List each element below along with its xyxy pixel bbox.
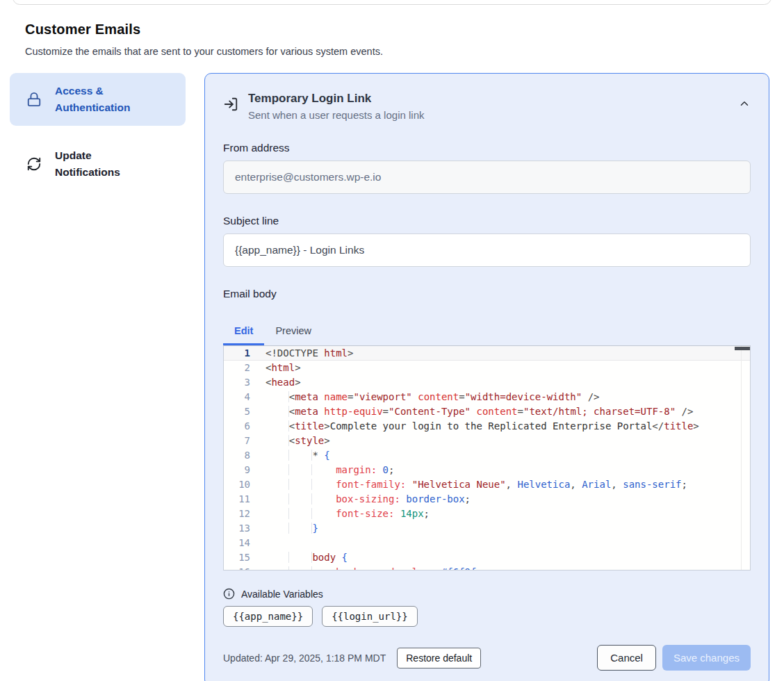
from-address-label: From address [223, 142, 751, 154]
sidebar-item-label: Update Notifications [55, 147, 159, 181]
code-line: 13 } [224, 521, 750, 536]
page-header: Customer Emails Customize the emails tha… [0, 0, 784, 57]
subject-line-input[interactable] [223, 233, 751, 267]
code-line: 15 body { [224, 550, 750, 565]
sidebar-item-access-authentication[interactable]: Access & Authentication [10, 73, 186, 126]
panel-header-text: Temporary Login Link Sent when a user re… [248, 92, 424, 121]
page-subtitle: Customize the emails that are sent to yo… [25, 46, 759, 57]
code-line: 5 <meta http-equiv="Content-Type" conten… [224, 404, 750, 419]
panel-subtitle: Sent when a user requests a login link [248, 109, 424, 121]
editor-scrollbar-track [741, 346, 742, 570]
updated-timestamp: Updated: Apr 29, 2025, 1:18 PM MDT [223, 653, 386, 664]
panel-header: Temporary Login Link Sent when a user re… [223, 92, 751, 121]
line-number: 1 [229, 346, 250, 361]
from-address-input[interactable] [223, 161, 751, 194]
line-number: 9 [229, 463, 250, 477]
code-line: 9 margin: 0; [224, 463, 750, 477]
code-line: 11 box-sizing: border-box; [224, 492, 750, 507]
variable-chip-login-url[interactable]: {{login_url}} [322, 606, 418, 627]
code-editor-lines: 1<!DOCTYPE html>2<html>3<head>4 <meta na… [224, 346, 750, 571]
log-in-icon [223, 97, 238, 112]
code-line: 1<!DOCTYPE html> [224, 346, 750, 361]
info-icon [223, 588, 235, 600]
email-settings-panel: Temporary Login Link Sent when a user re… [204, 73, 769, 681]
available-variables-row: Available Variables [223, 588, 751, 600]
line-number: 8 [229, 448, 250, 463]
email-body-tabs: Edit Preview [223, 319, 751, 345]
variable-chips: {{app_name}} {{login_url}} [223, 606, 751, 627]
code-line: 8 * { [224, 448, 750, 463]
cancel-button[interactable]: Cancel [597, 645, 656, 671]
line-number: 16 [229, 565, 250, 571]
tab-edit[interactable]: Edit [223, 319, 264, 345]
code-line: 16 background-color: #f6f9fc; [224, 565, 750, 571]
restore-default-button[interactable]: Restore default [397, 648, 481, 668]
line-number: 14 [229, 536, 250, 550]
line-number: 11 [229, 492, 250, 507]
sidebar-item-label: Access & Authentication [55, 83, 159, 116]
line-number: 15 [229, 550, 250, 565]
previous-card-bottom-edge [13, 0, 771, 5]
line-number: 3 [229, 375, 250, 390]
refresh-icon [26, 156, 42, 172]
code-line: 3<head> [224, 375, 750, 390]
line-number: 6 [229, 419, 250, 434]
line-number: 12 [229, 507, 250, 521]
line-number: 5 [229, 404, 250, 419]
chevron-up-icon[interactable] [738, 97, 751, 110]
line-number: 2 [229, 361, 250, 375]
code-line: 12 font-size: 14px; [224, 507, 750, 521]
save-changes-button[interactable]: Save changes [662, 645, 751, 671]
code-line: 10 font-family: "Helvetica Neue", Helvet… [224, 477, 750, 492]
sidebar-item-update-notifications[interactable]: Update Notifications [10, 138, 186, 190]
page-title: Customer Emails [25, 22, 759, 38]
panel-footer: Updated: Apr 29, 2025, 1:18 PM MDT Resto… [223, 645, 751, 671]
subject-line-label: Subject line [223, 215, 751, 227]
code-line: 7 <style> [224, 434, 750, 448]
content-area: Access & Authentication Update Notificat… [0, 73, 784, 681]
editor-scrollbar-thumb[interactable] [735, 347, 750, 350]
tab-preview[interactable]: Preview [264, 319, 322, 345]
code-line: 4 <meta name="viewport" content="width=d… [224, 390, 750, 404]
line-number: 4 [229, 390, 250, 404]
available-variables-label: Available Variables [241, 589, 323, 600]
sidebar: Access & Authentication Update Notificat… [10, 73, 186, 190]
line-number: 13 [229, 521, 250, 536]
email-body-editor[interactable]: 1<!DOCTYPE html>2<html>3<head>4 <meta na… [223, 345, 751, 571]
footer-actions: Cancel Save changes [597, 645, 751, 671]
code-line: 14 [224, 536, 750, 550]
line-number: 7 [229, 434, 250, 448]
variable-chip-app-name[interactable]: {{app_name}} [223, 606, 313, 627]
line-number: 10 [229, 477, 250, 492]
email-body-label: Email body [223, 288, 751, 300]
panel-title: Temporary Login Link [248, 92, 424, 106]
lock-icon [26, 92, 42, 107]
code-line: 6 <title>Complete your login to the Repl… [224, 419, 750, 434]
code-line: 2<html> [224, 361, 750, 375]
